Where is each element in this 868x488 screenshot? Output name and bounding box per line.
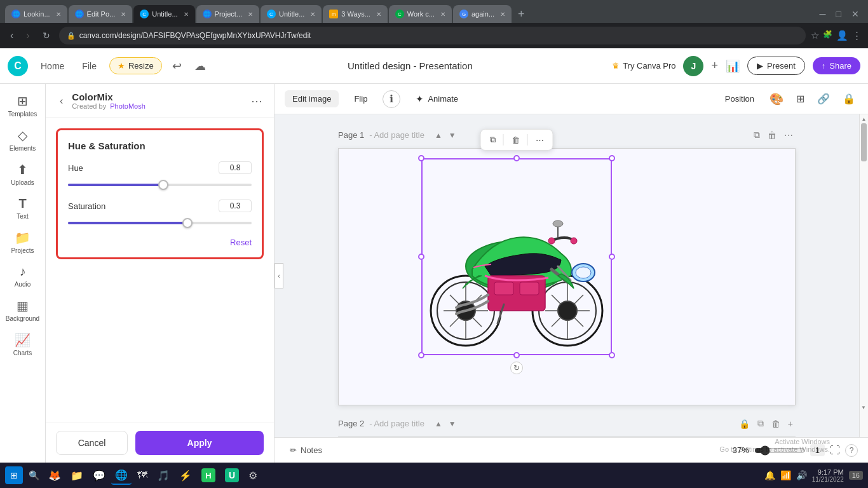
new-tab-button[interactable]: + xyxy=(513,5,530,23)
page1-down[interactable]: ▼ xyxy=(446,130,459,141)
try-pro-button[interactable]: ♛ Try Canva Pro xyxy=(612,61,675,71)
reset-link[interactable]: Reset xyxy=(230,238,252,247)
taskbar-music[interactable]: 🎵 xyxy=(153,466,173,485)
taskbar-chrome[interactable]: 🌐 xyxy=(111,466,132,485)
handle-tl[interactable] xyxy=(418,155,424,161)
taskbar-maps[interactable]: 🗺 xyxy=(133,466,151,485)
sidebar-item-uploads[interactable]: ⬆ Uploads xyxy=(3,158,43,191)
address-bar[interactable]: 🔒 canva.com/design/DAFSIFBQVPAsQEfgwpMnX… xyxy=(59,27,806,44)
apply-button[interactable]: Apply xyxy=(135,431,264,455)
file-button[interactable]: File xyxy=(77,58,102,74)
page1-up[interactable]: ▲ xyxy=(432,130,445,141)
taskbar-h[interactable]: H xyxy=(198,466,219,485)
tab-untitled2[interactable]: C Untitle... ✕ xyxy=(261,5,322,23)
taskbar-clock[interactable]: 9:17 PM 11/21/2022 xyxy=(812,468,844,483)
undo-button[interactable]: ↩ xyxy=(170,57,184,76)
tab-minimize[interactable]: ─ xyxy=(816,8,830,20)
taskbar-search[interactable]: 🔍 xyxy=(25,466,43,484)
profile-icon[interactable]: 👤 xyxy=(836,30,848,41)
hue-value-input[interactable] xyxy=(219,161,252,174)
img-toolbar-delete[interactable]: 🗑 xyxy=(508,133,524,147)
add-profile-button[interactable]: + xyxy=(711,59,718,72)
handle-lm[interactable] xyxy=(418,254,424,260)
sidebar-item-projects[interactable]: 📁 Projects xyxy=(3,226,43,259)
img-toolbar-copy[interactable]: ⧉ xyxy=(486,132,499,147)
hue-slider-container[interactable] xyxy=(68,179,252,191)
taskbar-notification[interactable]: 🔔 xyxy=(764,470,775,480)
scroll-down-btn[interactable]: ▼ xyxy=(859,403,868,412)
taskbar-u[interactable]: U xyxy=(221,466,243,485)
scroll-thumb[interactable] xyxy=(861,123,867,161)
present-button[interactable]: ▶ Present xyxy=(747,57,805,75)
taskbar-volume[interactable]: 🔊 xyxy=(796,470,807,480)
tab-close[interactable]: ✕ xyxy=(848,8,863,20)
tab-edit[interactable]: 🌐 Edit Po... ✕ xyxy=(69,5,133,23)
tab-untitled-active[interactable]: C Untitle... ✕ xyxy=(133,5,194,23)
page1-copy[interactable]: ⧉ xyxy=(751,127,763,143)
resize-button[interactable]: ★ Resize xyxy=(109,57,162,74)
help-button[interactable]: ? xyxy=(845,444,858,457)
hue-thumb[interactable] xyxy=(158,180,168,190)
taskbar-messenger[interactable]: 💬 xyxy=(89,466,109,485)
sidebar-item-charts[interactable]: 📈 Charts xyxy=(3,328,43,361)
right-scrollbar[interactable]: ▲ ▼ xyxy=(859,114,868,437)
handle-tr[interactable] xyxy=(609,155,615,161)
page2-add[interactable]: + xyxy=(785,416,796,431)
sidebar-item-elements[interactable]: ◇ Elements xyxy=(3,123,43,156)
flip-button[interactable]: Flip xyxy=(346,90,375,107)
animate-button[interactable]: ✦ Animate xyxy=(408,90,466,109)
taskbar-settings[interactable]: ⚙ xyxy=(245,466,261,485)
nav-back[interactable]: ‹ xyxy=(6,27,17,44)
start-button[interactable]: ⊞ xyxy=(5,466,23,484)
canva-logo[interactable]: C xyxy=(8,56,28,76)
extensions-icon[interactable]: 🧩 xyxy=(823,30,832,41)
tab-projects[interactable]: 🌐 Project... ✕ xyxy=(196,5,259,23)
bookmark-icon[interactable]: ☆ xyxy=(811,30,819,41)
scroll-up-btn[interactable]: ▲ xyxy=(860,114,868,123)
panel-back-button[interactable]: ‹ xyxy=(56,94,67,108)
tab-work[interactable]: C Work c... ✕ xyxy=(389,5,452,23)
taskbar-bolt[interactable]: ⚡ xyxy=(175,466,196,485)
tab-3ways[interactable]: m 3 Ways... ✕ xyxy=(323,5,387,23)
page2-copy[interactable]: ⧉ xyxy=(755,416,766,431)
page2-lock[interactable]: 🔒 xyxy=(736,416,752,431)
handle-bl[interactable] xyxy=(418,352,424,358)
panel-more-button[interactable]: ⋯ xyxy=(250,93,264,109)
link-button[interactable]: 🔗 xyxy=(815,90,832,107)
user-avatar[interactable]: J xyxy=(683,56,703,76)
share-button[interactable]: ↑ Share xyxy=(813,57,860,74)
tab-lookin[interactable]: 🌐 Lookin... ✕ xyxy=(5,5,67,23)
sidebar-item-templates[interactable]: ⊞ Templates xyxy=(3,89,43,122)
sidebar-item-text[interactable]: T Text xyxy=(3,192,43,224)
home-button[interactable]: Home xyxy=(36,58,69,74)
sidebar-item-background[interactable]: ▦ Background xyxy=(3,294,43,327)
page2-title-placeholder[interactable]: - Add page title xyxy=(369,419,424,428)
taskbar-firefox[interactable]: 🦊 xyxy=(44,466,65,485)
saturation-value-input[interactable] xyxy=(219,200,252,212)
saturation-thumb[interactable] xyxy=(182,218,193,228)
nav-forward[interactable]: › xyxy=(22,27,33,44)
taskbar-network[interactable]: 📶 xyxy=(780,470,791,480)
cloud-save[interactable]: ☁ xyxy=(192,57,208,76)
info-button[interactable]: ℹ xyxy=(383,90,400,108)
handle-tm[interactable] xyxy=(513,155,520,161)
saturation-slider-container[interactable] xyxy=(68,217,252,229)
nav-refresh[interactable]: ↻ xyxy=(39,28,54,43)
taskbar-counter[interactable]: 16 xyxy=(849,471,863,480)
handle-bm[interactable] xyxy=(513,352,520,358)
taskbar-folder[interactable]: 📁 xyxy=(67,466,87,485)
page1-delete[interactable]: 🗑 xyxy=(765,127,779,143)
rotate-handle[interactable]: ↻ xyxy=(510,362,523,374)
page2-up[interactable]: ▲ xyxy=(432,418,445,430)
stats-button[interactable]: 📊 xyxy=(726,59,740,73)
grid-button[interactable]: ⊞ xyxy=(794,90,807,107)
lock-button[interactable]: 🔒 xyxy=(840,90,858,107)
position-label[interactable]: Position xyxy=(720,92,759,106)
page1-more[interactable]: ⋯ xyxy=(782,127,796,143)
edit-image-button[interactable]: Edit image xyxy=(285,90,339,107)
tab-maximize[interactable]: □ xyxy=(832,8,845,20)
handle-rm[interactable] xyxy=(609,254,615,260)
menu-icon[interactable]: ⋮ xyxy=(852,30,862,41)
selected-image-wrapper[interactable]: ⧉ 🗑 ⋯ xyxy=(421,158,612,355)
handle-br[interactable] xyxy=(609,352,615,358)
